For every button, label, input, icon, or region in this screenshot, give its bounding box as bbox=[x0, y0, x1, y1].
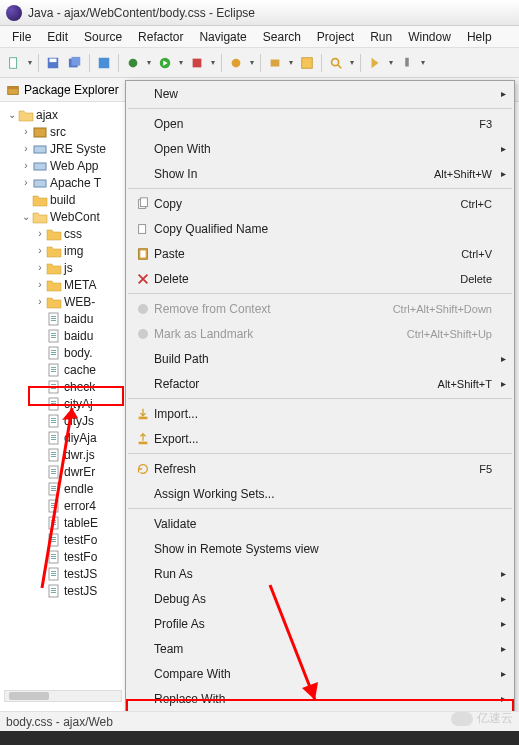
menu-validate[interactable]: Validate bbox=[126, 511, 514, 536]
ext-tools-button[interactable] bbox=[187, 53, 207, 73]
tree-css[interactable]: ›css bbox=[6, 225, 125, 242]
svg-rect-60 bbox=[51, 473, 56, 474]
menu-show-in[interactable]: Show InAlt+Shift+W▸ bbox=[126, 161, 514, 186]
menu-navigate[interactable]: Navigate bbox=[191, 28, 254, 46]
tree-project[interactable]: ⌄ajax bbox=[6, 106, 125, 123]
explorer-title: Package Explorer bbox=[24, 83, 119, 97]
tree-file[interactable]: testFo bbox=[6, 531, 125, 548]
menu-paste[interactable]: PasteCtrl+V bbox=[126, 241, 514, 266]
menubar: File Edit Source Refactor Navigate Searc… bbox=[0, 26, 519, 48]
menu-debug-as[interactable]: Debug As▸ bbox=[126, 586, 514, 611]
menu-file[interactable]: File bbox=[4, 28, 39, 46]
open-type-button[interactable] bbox=[297, 53, 317, 73]
menu-edit[interactable]: Edit bbox=[39, 28, 76, 46]
menu-copy-qn[interactable]: Copy Qualified Name bbox=[126, 216, 514, 241]
svg-rect-80 bbox=[51, 558, 56, 559]
svg-rect-70 bbox=[51, 520, 56, 521]
menu-show-remote[interactable]: Show in Remote Systems view bbox=[126, 536, 514, 561]
save-all-button[interactable] bbox=[65, 53, 85, 73]
debug-button[interactable] bbox=[123, 53, 143, 73]
package-icon bbox=[6, 83, 20, 97]
svg-rect-88 bbox=[51, 592, 56, 593]
menu-profile-as[interactable]: Profile As▸ bbox=[126, 611, 514, 636]
svg-rect-35 bbox=[51, 369, 56, 370]
tree-build[interactable]: build bbox=[6, 191, 125, 208]
svg-rect-50 bbox=[51, 435, 56, 436]
package-button[interactable] bbox=[265, 53, 285, 73]
svg-point-95 bbox=[138, 329, 148, 339]
tree-file[interactable]: testJS bbox=[6, 582, 125, 599]
tree-img[interactable]: ›img bbox=[6, 242, 125, 259]
svg-rect-84 bbox=[51, 575, 56, 576]
menu-team[interactable]: Team▸ bbox=[126, 636, 514, 661]
menu-compare[interactable]: Compare With▸ bbox=[126, 661, 514, 686]
menu-new[interactable]: New▸ bbox=[126, 81, 514, 106]
annotation-button[interactable] bbox=[365, 53, 385, 73]
menu-replace[interactable]: Replace With▸ bbox=[126, 686, 514, 711]
tree-file[interactable]: baidu bbox=[6, 327, 125, 344]
menu-remove-context: Remove from ContextCtrl+Alt+Shift+Down bbox=[126, 296, 514, 321]
menu-delete[interactable]: DeleteDelete bbox=[126, 266, 514, 291]
tree-file[interactable]: cache bbox=[6, 361, 125, 378]
menu-copy[interactable]: CopyCtrl+C bbox=[126, 191, 514, 216]
menu-search[interactable]: Search bbox=[255, 28, 309, 46]
menu-assign-ws[interactable]: Assign Working Sets... bbox=[126, 481, 514, 506]
new-server-button[interactable] bbox=[226, 53, 246, 73]
menu-refactor[interactable]: RefactorAlt+Shift+T▸ bbox=[126, 371, 514, 396]
svg-rect-54 bbox=[51, 452, 56, 453]
tree-file[interactable]: testJS bbox=[6, 565, 125, 582]
menu-build-path[interactable]: Build Path▸ bbox=[126, 346, 514, 371]
svg-rect-59 bbox=[51, 471, 56, 472]
tree-file[interactable]: cityJs bbox=[6, 412, 125, 429]
menu-run[interactable]: Run bbox=[362, 28, 400, 46]
svg-rect-75 bbox=[51, 539, 56, 540]
new-button[interactable] bbox=[4, 53, 24, 73]
tree-hscrollbar[interactable] bbox=[4, 690, 122, 702]
tree-file[interactable]: endle bbox=[6, 480, 125, 497]
tree-js[interactable]: ›js bbox=[6, 259, 125, 276]
menu-help[interactable]: Help bbox=[459, 28, 500, 46]
tree-file[interactable]: baidu bbox=[6, 310, 125, 327]
tree-file[interactable]: error4 bbox=[6, 497, 125, 514]
run-button[interactable] bbox=[155, 53, 175, 73]
tree-web[interactable]: ›WEB- bbox=[6, 293, 125, 310]
highlight-body-css bbox=[28, 386, 124, 406]
svg-rect-28 bbox=[51, 337, 56, 338]
tree-jre[interactable]: ›JRE Syste bbox=[6, 140, 125, 157]
svg-rect-2 bbox=[50, 58, 57, 62]
svg-rect-76 bbox=[51, 541, 56, 542]
menu-refresh[interactable]: RefreshF5 bbox=[126, 456, 514, 481]
tree-webcontent[interactable]: ⌄WebCont bbox=[6, 208, 125, 225]
tree-meta[interactable]: ›META bbox=[6, 276, 125, 293]
tree-file[interactable]: dwr.js bbox=[6, 446, 125, 463]
menu-source[interactable]: Source bbox=[76, 28, 130, 46]
save-button[interactable] bbox=[43, 53, 63, 73]
tree-file[interactable]: tableE bbox=[6, 514, 125, 531]
svg-rect-5 bbox=[99, 57, 110, 68]
pin-button[interactable] bbox=[397, 53, 417, 73]
tree-file[interactable]: body. bbox=[6, 344, 125, 361]
menu-open-with[interactable]: Open With▸ bbox=[126, 136, 514, 161]
svg-rect-31 bbox=[51, 352, 56, 353]
menu-open[interactable]: OpenF3 bbox=[126, 111, 514, 136]
tree-apache[interactable]: ›Apache T bbox=[6, 174, 125, 191]
menu-window[interactable]: Window bbox=[400, 28, 459, 46]
menu-refactor[interactable]: Refactor bbox=[130, 28, 191, 46]
tree-file[interactable]: dwrEr bbox=[6, 463, 125, 480]
menu-run-as[interactable]: Run As▸ bbox=[126, 561, 514, 586]
menu-export[interactable]: Export... bbox=[126, 426, 514, 451]
tree-src[interactable]: ›src bbox=[6, 123, 125, 140]
svg-rect-4 bbox=[72, 56, 81, 65]
svg-rect-30 bbox=[51, 350, 56, 351]
tree-file[interactable]: testFo bbox=[6, 548, 125, 565]
menu-project[interactable]: Project bbox=[309, 28, 362, 46]
tree-file[interactable]: diyAja bbox=[6, 429, 125, 446]
svg-rect-55 bbox=[51, 454, 56, 455]
tree-webapp[interactable]: ›Web App bbox=[6, 157, 125, 174]
search-button[interactable] bbox=[326, 53, 346, 73]
svg-rect-56 bbox=[51, 456, 56, 457]
svg-rect-62 bbox=[51, 486, 56, 487]
perspective-button[interactable] bbox=[94, 53, 114, 73]
package-explorer-tree[interactable]: ⌄ajax ›src ›JRE Syste ›Web App ›Apache T… bbox=[0, 102, 125, 599]
menu-import[interactable]: Import... bbox=[126, 401, 514, 426]
